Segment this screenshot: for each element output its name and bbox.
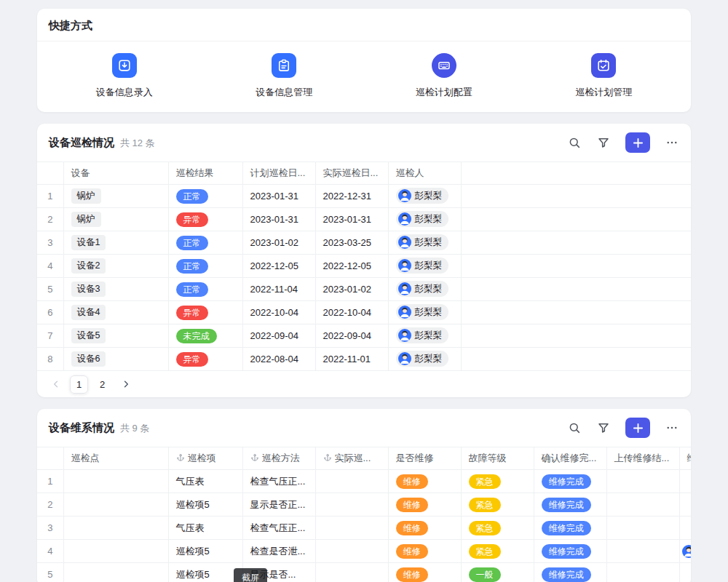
method-cell[interactable]: 检查气压正... — [242, 470, 315, 493]
upload-cell[interactable] — [606, 517, 679, 540]
shortcut-item[interactable]: 巡检计划配置 — [364, 53, 524, 99]
confirm-cell[interactable]: 维修完成 — [534, 563, 606, 582]
device-cell[interactable]: 设备2 — [63, 255, 168, 278]
inspector-cell[interactable]: 彭梨梨 — [388, 278, 461, 301]
column-header[interactable] — [37, 162, 63, 185]
column-header[interactable]: 实际巡... — [315, 447, 388, 470]
extra-cell[interactable] — [679, 540, 691, 563]
level-cell[interactable]: 一般 — [461, 563, 534, 582]
extra-cell[interactable] — [679, 470, 691, 493]
planned-date-cell[interactable]: 2022-08-04 — [242, 348, 315, 371]
add-record-button[interactable] — [625, 132, 650, 153]
search-icon[interactable] — [567, 135, 582, 150]
column-header[interactable]: 巡检项 — [168, 447, 242, 470]
result-cell[interactable]: 异常 — [168, 208, 242, 231]
confirm-cell[interactable]: 维修完成 — [534, 517, 606, 540]
level-cell[interactable]: 紧急 — [461, 517, 534, 540]
item-cell[interactable]: 气压表 — [168, 517, 242, 540]
device-cell[interactable]: 设备6 — [63, 348, 168, 371]
planned-date-cell[interactable]: 2022-11-04 — [242, 278, 315, 301]
item-cell[interactable]: 巡检项5 — [168, 493, 242, 517]
shortcut-item[interactable]: 设备信息管理 — [205, 53, 365, 99]
method-cell[interactable]: 显示是否正... — [242, 493, 315, 517]
result-cell[interactable]: 正常 — [168, 231, 242, 255]
actual-date-cell[interactable]: 2023-03-25 — [315, 231, 388, 255]
actual-date-cell[interactable]: 2023-01-02 — [315, 278, 388, 301]
planned-date-cell[interactable]: 2022-10-04 — [242, 301, 315, 324]
extra-cell[interactable] — [679, 517, 691, 540]
search-icon[interactable] — [567, 420, 582, 435]
planned-date-cell[interactable]: 2022-09-04 — [242, 324, 315, 348]
device-cell[interactable]: 设备3 — [63, 278, 168, 301]
upload-cell[interactable] — [606, 563, 679, 582]
device-cell[interactable]: 锅炉 — [63, 185, 168, 208]
repair-cell[interactable]: 维修 — [388, 563, 461, 582]
point-cell[interactable] — [63, 493, 168, 517]
confirm-cell[interactable]: 维修完成 — [534, 540, 606, 563]
level-cell[interactable]: 紧急 — [461, 493, 534, 517]
filter-icon[interactable] — [596, 135, 611, 150]
shortcut-item[interactable]: 设备信息录入 — [44, 53, 205, 99]
filter-icon[interactable] — [596, 420, 611, 435]
actual-date-cell[interactable]: 2022-12-31 — [315, 185, 388, 208]
item-cell[interactable]: 巡检项5 — [168, 563, 242, 582]
column-header[interactable]: 巡检结果 — [168, 162, 242, 185]
actual-date-cell[interactable]: 2022-10-04 — [315, 301, 388, 324]
planned-date-cell[interactable]: 2022-12-05 — [242, 255, 315, 278]
column-header[interactable]: 巡检方法 — [242, 447, 315, 470]
result-cell[interactable]: 异常 — [168, 348, 242, 371]
upload-cell[interactable] — [606, 493, 679, 517]
extra-cell[interactable] — [679, 493, 691, 517]
inspector-cell[interactable]: 彭梨梨 — [388, 185, 461, 208]
result-cell[interactable]: 正常 — [168, 278, 242, 301]
upload-cell[interactable] — [606, 470, 679, 493]
upload-cell[interactable] — [606, 540, 679, 563]
inspector-cell[interactable]: 彭梨梨 — [388, 231, 461, 255]
device-cell[interactable]: 设备5 — [63, 324, 168, 348]
column-header[interactable]: 巡检人 — [388, 162, 461, 185]
level-cell[interactable]: 紧急 — [461, 540, 534, 563]
add-record-button[interactable] — [625, 418, 650, 438]
actual-cell[interactable] — [315, 517, 388, 540]
device-cell[interactable]: 锅炉 — [63, 208, 168, 231]
column-header[interactable]: 设备 — [63, 162, 168, 185]
point-cell[interactable] — [63, 517, 168, 540]
page-button-2[interactable]: 2 — [93, 375, 111, 394]
repair-cell[interactable]: 维修 — [388, 493, 461, 517]
planned-date-cell[interactable]: 2023-01-31 — [242, 208, 315, 231]
prev-page-button[interactable] — [47, 375, 65, 394]
more-icon[interactable] — [665, 420, 679, 435]
extra-cell[interactable] — [679, 563, 691, 582]
item-cell[interactable]: 气压表 — [168, 470, 242, 493]
method-cell[interactable]: 检查气压正... — [242, 517, 315, 540]
column-header[interactable]: 维... — [679, 447, 691, 470]
result-cell[interactable]: 正常 — [168, 255, 242, 278]
actual-date-cell[interactable]: 2022-09-04 — [315, 324, 388, 348]
column-header[interactable]: 确认维修完... — [534, 447, 606, 470]
point-cell[interactable] — [63, 540, 168, 563]
inspector-cell[interactable]: 彭梨梨 — [388, 208, 461, 231]
column-header[interactable]: 上传维修结... — [606, 447, 679, 470]
device-cell[interactable]: 设备4 — [63, 301, 168, 324]
actual-cell[interactable] — [315, 493, 388, 517]
more-icon[interactable] — [665, 135, 679, 150]
column-header[interactable]: 计划巡检日... — [242, 162, 315, 185]
actual-cell[interactable] — [315, 563, 388, 582]
planned-date-cell[interactable]: 2023-01-02 — [242, 231, 315, 255]
repair-cell[interactable]: 维修 — [388, 470, 461, 493]
confirm-cell[interactable]: 维修完成 — [534, 470, 606, 493]
repair-cell[interactable]: 维修 — [388, 517, 461, 540]
result-cell[interactable]: 正常 — [168, 185, 242, 208]
actual-cell[interactable] — [315, 540, 388, 563]
actual-date-cell[interactable]: 2022-12-05 — [315, 255, 388, 278]
column-header[interactable]: 故障等级 — [461, 447, 534, 470]
column-header[interactable]: 是否维修 — [388, 447, 461, 470]
actual-date-cell[interactable]: 2022-11-01 — [315, 348, 388, 371]
inspector-cell[interactable]: 彭梨梨 — [388, 324, 461, 348]
inspector-cell[interactable]: 彭梨梨 — [388, 348, 461, 371]
actual-date-cell[interactable]: 2023-01-31 — [315, 208, 388, 231]
point-cell[interactable] — [63, 470, 168, 493]
point-cell[interactable] — [63, 563, 168, 582]
result-cell[interactable]: 未完成 — [168, 324, 242, 348]
confirm-cell[interactable]: 维修完成 — [534, 493, 606, 517]
